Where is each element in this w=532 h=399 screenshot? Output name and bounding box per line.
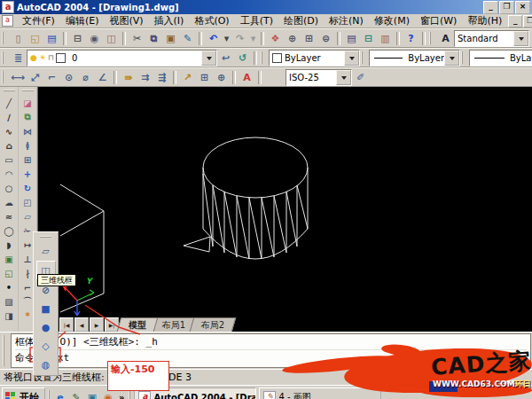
toolbar-grip[interactable] xyxy=(261,51,266,64)
zoom-realtime-button[interactable]: ⊕ xyxy=(284,30,301,47)
command-text-area[interactable]: 框体着色(O)] <三维线框>: _h 命令: ext xyxy=(11,333,531,368)
toolbar-grip[interactable] xyxy=(2,32,7,44)
toolbar-grip[interactable] xyxy=(429,32,434,44)
revision-cloud-button[interactable]: ☁ xyxy=(2,195,17,209)
plot-preview-button[interactable]: ◉ xyxy=(86,30,103,47)
toolbar-grip[interactable] xyxy=(4,90,15,94)
quick-launch-more-button[interactable]: » xyxy=(117,393,126,399)
toolbar-grip[interactable] xyxy=(40,236,51,240)
shade-gouraud-button[interactable]: ● xyxy=(37,318,55,336)
mirror-button[interactable]: ⋈ xyxy=(20,124,35,138)
drawing-window-icon[interactable]: a xyxy=(2,15,13,27)
menu-item[interactable]: 编辑(E) xyxy=(60,14,105,27)
rectangle-button[interactable]: ▭ xyxy=(2,153,17,167)
dim-ordinate-button[interactable]: ⌐ xyxy=(43,69,60,86)
window-icon[interactable]: ▣ xyxy=(85,390,99,399)
chevron-down-icon[interactable] xyxy=(336,70,351,85)
menu-item[interactable]: 修改(M) xyxy=(369,14,415,27)
media-player-icon[interactable]: ◉ xyxy=(101,390,115,399)
dim-baseline-button[interactable]: ⇉ xyxy=(137,69,153,86)
restore-button[interactable]: ❐ xyxy=(499,1,514,14)
layer-lock-icon[interactable]: ⊓ xyxy=(48,53,54,62)
tool-palettes-button[interactable]: ▥ xyxy=(377,30,394,47)
make-block-button[interactable]: ◱ xyxy=(2,266,17,280)
text-style-manager-button[interactable]: A xyxy=(437,30,454,47)
ie-icon[interactable]: e xyxy=(53,390,67,399)
zoom-window-button[interactable]: ⊞ xyxy=(301,30,317,47)
chevron-down-icon[interactable] xyxy=(344,51,359,66)
construction-line-button[interactable]: ∕ xyxy=(2,110,17,124)
polygon-button[interactable]: ⌂ xyxy=(2,138,17,153)
spline-button[interactable]: ≈ xyxy=(2,209,17,223)
paste-button[interactable]: ▣ xyxy=(162,30,179,47)
tolerance-button[interactable]: ⊞ xyxy=(196,69,213,86)
text-style-combo[interactable]: Standard xyxy=(454,30,529,47)
menu-item[interactable]: 标注(N) xyxy=(324,14,369,27)
redo-menu-button[interactable]: ▾ xyxy=(248,30,258,47)
shade-flat-edges-button[interactable]: ◇ xyxy=(37,337,55,355)
cut-button[interactable]: ✂ xyxy=(129,30,145,47)
polyline-button[interactable]: ∿ xyxy=(2,124,17,138)
color-combo[interactable]: ByLayer xyxy=(269,50,360,66)
tab-nav-button[interactable]: ◀ xyxy=(74,317,89,332)
linetype-combo[interactable]: ByLayer xyxy=(369,50,460,66)
arc-button[interactable]: ◠ xyxy=(2,167,17,181)
drawing-canvas[interactable]: |◀◀▶▶| 模型布局1布局2 xyxy=(37,87,532,332)
command-window-grip[interactable] xyxy=(3,335,9,366)
offset-button[interactable]: ≬ xyxy=(20,138,35,153)
menu-item[interactable]: 帮助(H) xyxy=(462,14,507,27)
copy-button[interactable]: ⧉ xyxy=(145,30,162,47)
designcenter-button[interactable]: ⊟ xyxy=(360,30,377,47)
insert-block-button[interactable]: ▣ xyxy=(2,252,17,266)
chevron-down-icon[interactable] xyxy=(444,51,459,66)
tab-model[interactable]: 模型 xyxy=(117,317,159,332)
rotate-button[interactable]: ↻ xyxy=(20,181,35,195)
erase-button[interactable]: ◪ xyxy=(20,96,35,110)
scale-button[interactable]: ◰ xyxy=(20,195,35,209)
hatch-button[interactable]: ▨ xyxy=(2,294,17,309)
toolbar-grip[interactable] xyxy=(461,51,466,64)
dim-linear-button[interactable]: ⟷ xyxy=(10,69,27,86)
pan-realtime-button[interactable]: ❖ xyxy=(267,30,284,47)
open-button[interactable]: ◱ xyxy=(27,30,43,47)
dim-radius-button[interactable]: ⊙ xyxy=(60,69,77,86)
ellipse-arc-button[interactable]: ◗ xyxy=(2,238,17,252)
shade-2d-wireframe-button[interactable]: ▱ xyxy=(37,242,55,260)
toolbar-grip[interactable] xyxy=(2,51,7,64)
toolbar-grip[interactable] xyxy=(361,51,366,64)
layer-color-swatch[interactable] xyxy=(56,53,66,63)
minimize-button[interactable]: _ xyxy=(483,1,498,14)
copy-object-button[interactable]: ⧉ xyxy=(20,110,35,124)
menu-item[interactable]: 绘图(D) xyxy=(278,14,324,27)
dim-angular-button[interactable]: ∠ xyxy=(94,69,111,86)
quick-dimension-button[interactable]: ⇛ xyxy=(120,69,137,86)
save-button[interactable]: ▤ xyxy=(43,30,60,47)
layer-previous-button[interactable]: ↩ xyxy=(217,50,234,66)
line-button[interactable]: ╱ xyxy=(2,96,17,110)
point-button[interactable]: • xyxy=(2,280,17,294)
publish-button[interactable]: ◫ xyxy=(103,30,120,47)
undo-menu-button[interactable]: ▾ xyxy=(222,30,231,47)
stretch-button[interactable]: ▱ xyxy=(20,209,35,223)
dim-current-style-combo[interactable]: ISO-25 xyxy=(286,69,352,86)
menu-item[interactable]: 文件(F) xyxy=(17,14,60,27)
chevron-down-icon[interactable] xyxy=(201,51,216,66)
make-layer-current-button[interactable]: ↺ xyxy=(234,50,251,66)
tab-layout2[interactable]: 布局2 xyxy=(190,317,237,332)
layer-combo[interactable]: ● ☀ ⊓ 0 xyxy=(27,50,217,66)
task-paint[interactable]: ✎ 4 - 画图 xyxy=(259,387,381,399)
properties-button[interactable]: ▤ xyxy=(343,30,360,47)
match-properties-button[interactable]: ✎ xyxy=(179,30,196,47)
zoom-previous-button[interactable]: ⊜ xyxy=(317,30,334,47)
quick-leader-button[interactable]: ↗ xyxy=(179,69,196,86)
notes-icon[interactable]: ✎ xyxy=(69,390,83,399)
menu-item[interactable]: 窗口(W) xyxy=(415,14,462,27)
dim-text-edit-button[interactable]: A xyxy=(239,69,255,86)
doc-restore-button[interactable]: ❐ xyxy=(523,15,532,27)
layer-on-bulb-icon[interactable]: ● xyxy=(30,53,37,62)
shade-gouraud-edges-button[interactable]: ◍ xyxy=(37,356,55,373)
doc-minimize-button[interactable]: _ xyxy=(508,15,522,27)
menu-item[interactable]: 插入(I) xyxy=(149,14,190,27)
menu-item[interactable]: 视图(V) xyxy=(104,14,148,27)
lineweight-combo[interactable]: ByLayer xyxy=(469,50,532,66)
